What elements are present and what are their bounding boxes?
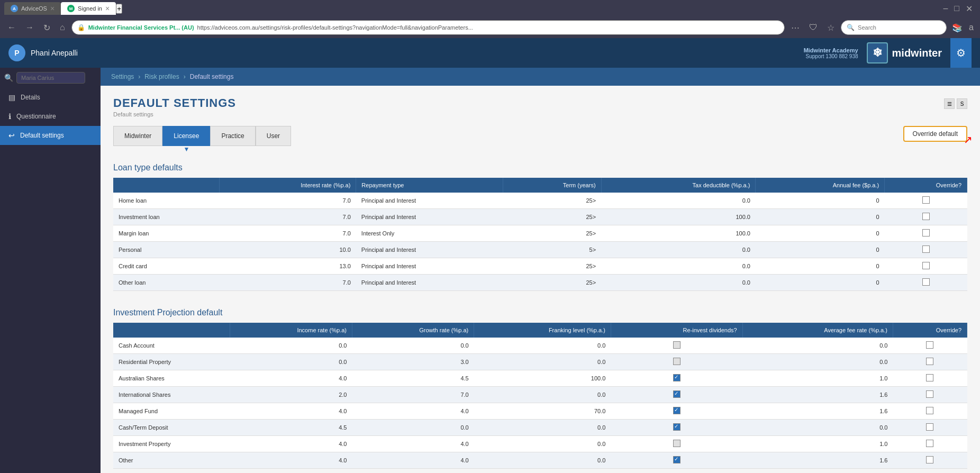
inv-row-override[interactable] <box>893 338 967 354</box>
tab-midwinter[interactable]: Midwinter <box>113 126 162 146</box>
page-title: DEFAULT SETTINGS <box>113 96 236 110</box>
forward-button[interactable]: → <box>22 21 37 34</box>
inv-row-reinvest[interactable] <box>611 387 742 403</box>
sidebar-item-default-settings[interactable]: ↩ Default settings <box>0 126 101 145</box>
browser-tab-adviceos[interactable]: A AdviceOS × <box>4 2 61 15</box>
sidebar-item-questionnaire[interactable]: ℹ Questionnaire <box>0 107 101 126</box>
midwinter-logo: ❄ midwinter <box>867 42 942 63</box>
inv-row-avg-fee: 1.6 <box>742 387 893 403</box>
star-button[interactable]: ☆ <box>824 21 838 35</box>
loan-row-override[interactable] <box>885 209 967 225</box>
tab-user[interactable]: User <box>256 126 291 146</box>
tab-practice[interactable]: Practice <box>210 126 255 146</box>
breadcrumb-sep-2: › <box>184 73 186 80</box>
sidebar-search-area: 🔍 <box>0 68 101 88</box>
inv-row-override[interactable] <box>893 420 967 436</box>
close-window-button[interactable]: ✕ <box>963 2 976 16</box>
inv-row-reinvest[interactable] <box>611 370 742 387</box>
investment-table-row: Residential Property 0.0 3.0 0.0 0.0 <box>113 354 967 370</box>
investment-table: Income rate (%p.a) Growth rate (%p.a) Fr… <box>113 323 967 469</box>
override-default-button[interactable]: Override default <box>903 126 967 142</box>
inv-row-name: Other <box>113 452 230 469</box>
app-layout: P Phani Anepalli Midwinter Academy Suppo… <box>0 38 980 473</box>
loan-table-row: Home loan 7.0 Principal and Interest 25>… <box>113 193 967 209</box>
inv-row-reinvest[interactable] <box>611 436 742 452</box>
secure-icon: 🔒 <box>77 24 85 31</box>
loan-row-fee: 0 <box>756 225 885 242</box>
breadcrumb-sep-1: › <box>138 73 140 80</box>
inv-row-growth: 0.0 <box>352 420 474 436</box>
back-button[interactable]: ← <box>4 21 19 34</box>
inv-row-override[interactable] <box>893 403 967 420</box>
breadcrumb-risk-profiles[interactable]: Risk profiles <box>144 73 179 80</box>
breadcrumb: Settings › Risk profiles › Default setti… <box>101 68 980 86</box>
loan-table: Interest rate (%p.a) Repayment type Term… <box>113 178 967 291</box>
app-header-left: P Phani Anepalli <box>8 44 78 61</box>
inv-row-avg-fee: 0.0 <box>742 420 893 436</box>
loan-row-term: 25> <box>503 275 601 291</box>
tab-close-adviceos[interactable]: × <box>50 5 55 12</box>
inv-row-override[interactable] <box>893 354 967 370</box>
sidebar-search-input[interactable] <box>16 72 85 84</box>
address-bar[interactable]: 🔒 Midwinter Financial Services Pt... (AU… <box>71 20 785 35</box>
questionnaire-icon: ℹ <box>8 112 11 121</box>
tab-licensee[interactable]: Licensee <box>162 126 210 146</box>
inv-row-reinvest[interactable] <box>611 338 742 354</box>
inv-row-reinvest[interactable] <box>611 452 742 469</box>
browser-search-bar[interactable]: 🔍 <box>841 20 947 35</box>
inv-row-override[interactable] <box>893 452 967 469</box>
tabs-container: Midwinter Licensee Practice User Overrid… <box>113 126 967 146</box>
browser-menu-button[interactable]: ⋯ <box>788 21 803 35</box>
investment-table-row: Investment Property 4.0 4.0 0.0 1.0 <box>113 436 967 452</box>
inv-row-name: Cash/Term Deposit <box>113 420 230 436</box>
inv-row-reinvest[interactable] <box>611 354 742 370</box>
search-icon: 🔍 <box>847 24 855 31</box>
inv-row-reinvest[interactable] <box>611 403 742 420</box>
loan-row-repayment: Principal and Interest <box>356 209 503 225</box>
investment-table-row: International Shares 2.0 7.0 0.0 1.6 <box>113 387 967 403</box>
inv-row-override[interactable] <box>893 370 967 387</box>
loan-row-override[interactable] <box>885 258 967 275</box>
new-tab-button[interactable]: + <box>116 4 122 14</box>
loan-row-tax: 0.0 <box>601 258 756 275</box>
settings-gear-button[interactable]: ⚙ <box>950 38 972 68</box>
details-icon: ▤ <box>8 93 15 102</box>
inv-row-override[interactable] <box>893 387 967 403</box>
browser-search-input[interactable] <box>858 24 941 31</box>
action-icon-1[interactable]: ☰ <box>944 98 955 109</box>
loan-row-name: Margin loan <box>113 225 219 242</box>
inv-row-growth: 4.0 <box>352 452 474 469</box>
loan-row-name: Credit card <box>113 258 219 275</box>
inv-row-income: 4.5 <box>230 420 352 436</box>
loan-row-override[interactable] <box>885 225 967 242</box>
action-icon-2[interactable]: S <box>957 98 967 109</box>
loan-row-override[interactable] <box>885 242 967 258</box>
sidebar-item-details[interactable]: ▤ Details <box>0 88 101 107</box>
investment-table-row: Cash/Term Deposit 4.5 0.0 0.0 0.0 <box>113 420 967 436</box>
logo-text: midwinter <box>892 47 942 59</box>
loan-row-override[interactable] <box>885 193 967 209</box>
inv-col-franking: Franking level (%p.a.) <box>474 323 611 338</box>
inv-row-reinvest[interactable] <box>611 420 742 436</box>
amazon-icon[interactable]: a <box>967 21 976 34</box>
minimize-button[interactable]: – <box>940 2 951 15</box>
maximize-button[interactable]: □ <box>951 2 963 15</box>
tab-close-signed-in[interactable]: × <box>105 5 110 12</box>
bookmark-button[interactable]: 🛡 <box>806 21 821 34</box>
library-icon[interactable]: 📚 <box>950 21 965 35</box>
adviceos-favicon: A <box>11 5 18 12</box>
inv-col-avg-fee: Average fee rate (%p.a.) <box>742 323 893 338</box>
loan-table-row: Credit card 13.0 Principal and Interest … <box>113 258 967 275</box>
home-button[interactable]: ⌂ <box>57 21 68 34</box>
breadcrumb-settings[interactable]: Settings <box>111 73 134 80</box>
loan-row-override[interactable] <box>885 275 967 291</box>
inv-row-franking: 0.0 <box>474 338 611 354</box>
browser-tab-signed-in[interactable]: M Signed in × <box>61 2 116 15</box>
loan-section-title: Loan type defaults <box>113 163 967 172</box>
sidebar: 🔍 ▤ Details ℹ Questionnaire ↩ Default se… <box>0 68 101 473</box>
loan-row-term: 5> <box>503 242 601 258</box>
loan-row-interest: 7.0 <box>219 225 356 242</box>
refresh-button[interactable]: ↻ <box>40 21 53 35</box>
inv-row-override[interactable] <box>893 436 967 452</box>
inv-row-income: 0.0 <box>230 338 352 354</box>
